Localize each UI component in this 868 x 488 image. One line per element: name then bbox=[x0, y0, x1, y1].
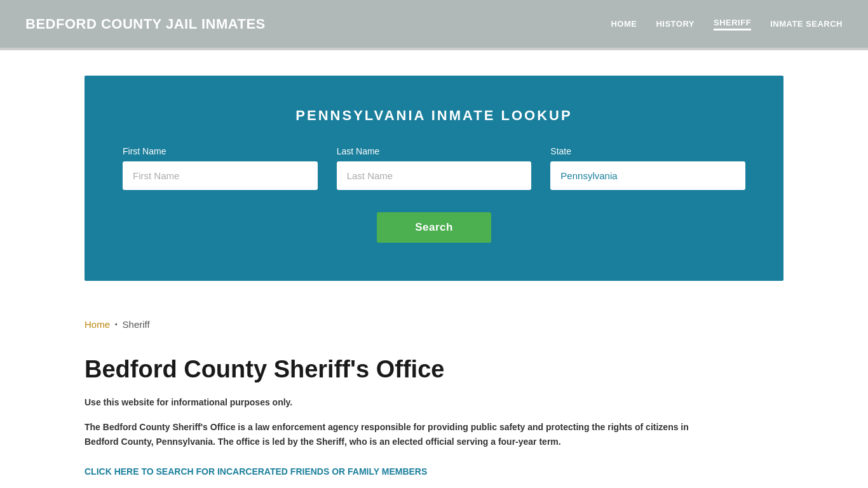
first-name-group: First Name bbox=[123, 146, 318, 190]
last-name-label: Last Name bbox=[337, 146, 532, 156]
search-fields-row: First Name Last Name State bbox=[123, 146, 745, 190]
main-content: Home • Sheriff Bedford County Sheriff's … bbox=[85, 306, 783, 488]
search-button[interactable]: Search bbox=[377, 212, 491, 243]
description-text: The Bedford County Sheriff's Office is a… bbox=[85, 420, 720, 451]
state-input[interactable] bbox=[550, 161, 745, 190]
nav-sheriff[interactable]: SHERIFF bbox=[714, 18, 751, 30]
disclaimer-text: Use this website for informational purpo… bbox=[85, 397, 783, 407]
main-nav: HOME HISTORY SHERIFF INMATE SEARCH bbox=[611, 18, 843, 30]
site-header: BEDFORD COUNTY JAIL INMATES HOME HISTORY… bbox=[0, 0, 868, 48]
state-group: State bbox=[550, 146, 745, 190]
nav-history[interactable]: HISTORY bbox=[656, 19, 695, 29]
header-accent-bar bbox=[0, 48, 868, 50]
inmate-lookup-section: PENNSYLVANIA INMATE LOOKUP First Name La… bbox=[85, 76, 783, 281]
search-button-wrapper: Search bbox=[123, 212, 745, 243]
nav-home[interactable]: HOME bbox=[611, 19, 637, 29]
nav-inmate-search[interactable]: INMATE SEARCH bbox=[770, 19, 843, 29]
last-name-input[interactable] bbox=[337, 161, 532, 190]
breadcrumb: Home • Sheriff bbox=[85, 319, 783, 330]
site-title: BEDFORD COUNTY JAIL INMATES bbox=[25, 16, 266, 32]
first-name-input[interactable] bbox=[123, 161, 318, 190]
breadcrumb-home-link[interactable]: Home bbox=[85, 319, 110, 330]
last-name-group: Last Name bbox=[337, 146, 532, 190]
breadcrumb-current-page: Sheriff bbox=[123, 319, 150, 330]
breadcrumb-separator: • bbox=[115, 321, 118, 328]
incarcerated-search-link[interactable]: CLICK HERE to Search for Incarcerated Fr… bbox=[85, 466, 427, 477]
lookup-title: PENNSYLVANIA INMATE LOOKUP bbox=[123, 107, 745, 124]
first-name-label: First Name bbox=[123, 146, 318, 156]
page-title: Bedford County Sheriff's Office bbox=[85, 355, 783, 384]
state-label: State bbox=[550, 146, 745, 156]
